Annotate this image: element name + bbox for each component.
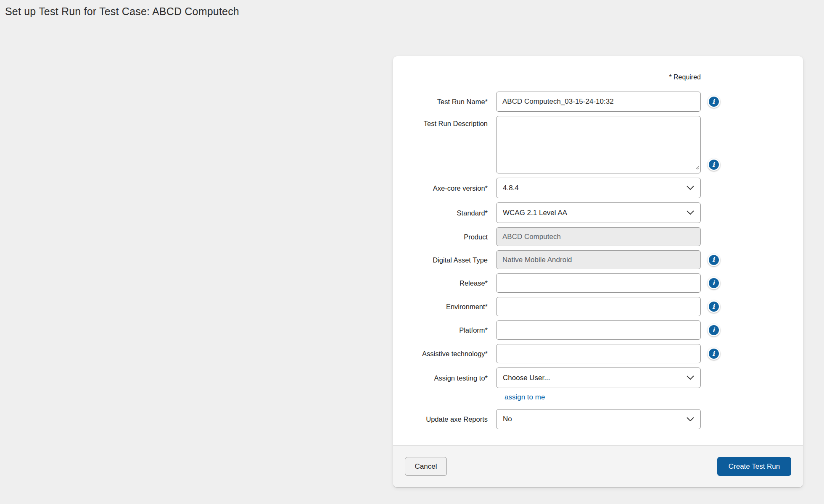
product-input <box>496 227 701 246</box>
dialog-footer: Cancel Create Test Run <box>393 445 803 487</box>
standard-label: Standard* <box>401 209 488 217</box>
test-run-description-info-icon[interactable]: i <box>708 158 720 171</box>
test-run-name-input[interactable] <box>496 92 701 112</box>
assistive-technology-input[interactable] <box>496 344 701 363</box>
axe-core-version-select[interactable]: 4.8.4 <box>496 178 701 198</box>
platform-info-icon[interactable]: i <box>708 324 720 336</box>
release-input[interactable] <box>496 273 701 293</box>
assign-testing-to-label: Assign testing to* <box>401 374 488 382</box>
field-row-product: Product <box>401 227 803 246</box>
assistive-technology-info-icon[interactable]: i <box>708 347 720 360</box>
info-icon: i <box>709 325 719 335</box>
chevron-down-icon <box>687 417 694 422</box>
product-label: Product <box>401 233 488 241</box>
test-run-dialog: * Required Test Run Name* i Test Run Des… <box>393 56 803 487</box>
standard-select[interactable]: WCAG 2.1 Level AA <box>496 202 701 223</box>
update-axe-reports-value: No <box>503 415 512 423</box>
test-run-description-label: Test Run Description <box>401 116 488 128</box>
info-icon: i <box>709 160 719 170</box>
test-run-description-textarea[interactable] <box>496 116 701 173</box>
field-row-axe-core-version: Axe-core version* 4.8.4 <box>401 178 803 198</box>
info-icon: i <box>709 97 719 107</box>
chevron-down-icon <box>687 210 694 215</box>
chevron-down-icon <box>687 186 694 190</box>
platform-label: Platform* <box>401 326 488 334</box>
field-row-update-axe-reports: Update axe Reports No <box>401 409 803 429</box>
environment-input[interactable] <box>496 297 701 316</box>
assign-to-me-link[interactable]: assign to me <box>504 393 545 401</box>
release-info-icon[interactable]: i <box>708 277 720 289</box>
release-label: Release* <box>401 279 488 287</box>
platform-input[interactable] <box>496 320 701 340</box>
cancel-button[interactable]: Cancel <box>405 457 447 476</box>
assign-testing-to-select[interactable]: Choose User... <box>496 368 701 388</box>
digital-asset-type-info-icon[interactable]: i <box>708 254 720 266</box>
axe-core-version-value: 4.8.4 <box>503 184 519 192</box>
test-run-name-label: Test Run Name* <box>401 97 488 106</box>
standard-value: WCAG 2.1 Level AA <box>503 209 567 217</box>
digital-asset-type-label: Digital Asset Type <box>401 256 488 264</box>
resize-handle-icon[interactable] <box>695 164 699 171</box>
assign-to-me-row: assign to me <box>504 393 803 402</box>
update-axe-reports-select[interactable]: No <box>496 409 701 429</box>
info-icon: i <box>709 278 719 288</box>
axe-core-version-label: Axe-core version* <box>401 184 488 192</box>
field-row-test-run-description: Test Run Description i <box>401 116 803 173</box>
test-run-name-info-icon[interactable]: i <box>708 95 720 108</box>
digital-asset-type-input <box>496 250 701 269</box>
page-title: Set up Test Run for Test Case: ABCD Comp… <box>5 5 239 18</box>
create-test-run-button[interactable]: Create Test Run <box>717 457 791 476</box>
assign-testing-to-value: Choose User... <box>503 374 550 382</box>
info-icon: i <box>709 349 719 359</box>
info-icon: i <box>709 302 719 312</box>
info-icon: i <box>709 255 719 265</box>
required-note: * Required <box>401 73 701 81</box>
field-row-assign-testing-to: Assign testing to* Choose User... <box>401 368 803 388</box>
field-row-platform: Platform* i <box>401 320 803 340</box>
field-row-standard: Standard* WCAG 2.1 Level AA <box>401 202 803 223</box>
update-axe-reports-label: Update axe Reports <box>401 415 488 423</box>
environment-info-icon[interactable]: i <box>708 300 720 313</box>
chevron-down-icon <box>687 375 694 380</box>
field-row-release: Release* i <box>401 273 803 293</box>
field-row-test-run-name: Test Run Name* i <box>401 92 803 112</box>
assistive-technology-label: Assistive technology* <box>401 349 488 358</box>
field-row-environment: Environment* i <box>401 297 803 316</box>
field-row-assistive-technology: Assistive technology* i <box>401 344 803 363</box>
field-row-digital-asset-type: Digital Asset Type i <box>401 250 803 269</box>
environment-label: Environment* <box>401 302 488 311</box>
